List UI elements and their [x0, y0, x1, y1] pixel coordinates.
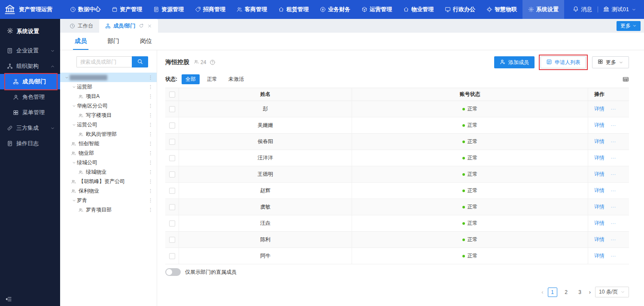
- detail-link[interactable]: 详情: [594, 252, 605, 260]
- node-more-icon[interactable]: ⋮: [146, 198, 153, 203]
- row-checkbox[interactable]: [169, 204, 175, 210]
- row-more-icon[interactable]: ⋯: [611, 204, 616, 210]
- tab-成员[interactable]: 成员: [73, 33, 88, 50]
- tab-部门[interactable]: 部门: [106, 33, 121, 50]
- nav-item[interactable]: 资产管理: [106, 0, 148, 19]
- row-checkbox[interactable]: [169, 139, 175, 145]
- tree-node[interactable]: 写字楼项目⋮: [60, 110, 157, 120]
- tree-node[interactable]: 绿城公司⋮: [60, 158, 157, 167]
- nav-item[interactable]: 租赁管理: [273, 0, 314, 19]
- nav-item[interactable]: 数据中心: [64, 0, 106, 19]
- tree-node[interactable]: 罗青⋮: [60, 196, 157, 205]
- detail-link[interactable]: 详情: [594, 220, 605, 227]
- node-more-icon[interactable]: ⋮: [146, 75, 153, 80]
- detail-link[interactable]: 详情: [594, 187, 605, 194]
- tree-node[interactable]: 运营公司⋮: [60, 120, 157, 129]
- caret-expand-icon[interactable]: [64, 75, 70, 80]
- nav-item[interactable]: 资源管理: [148, 0, 189, 19]
- sidebar-item[interactable]: 角色管理: [0, 89, 60, 105]
- nav-item[interactable]: 行政办公: [439, 0, 481, 19]
- row-more-icon[interactable]: ⋯: [611, 253, 616, 259]
- detail-link[interactable]: 详情: [594, 154, 605, 162]
- detail-link[interactable]: 详情: [594, 138, 605, 145]
- detail-link[interactable]: 详情: [594, 236, 605, 243]
- search-button[interactable]: [132, 56, 148, 67]
- node-more-icon[interactable]: ⋮: [146, 160, 153, 165]
- tree-node[interactable]: 绿城物业⋮: [60, 167, 157, 177]
- row-checkbox[interactable]: [169, 253, 175, 259]
- node-more-icon[interactable]: ⋮: [146, 141, 153, 147]
- sidebar-item[interactable]: 成员/部门: [0, 74, 60, 89]
- help-icon[interactable]: [210, 59, 216, 65]
- detail-link[interactable]: 详情: [594, 122, 605, 129]
- row-more-icon[interactable]: ⋯: [611, 155, 616, 161]
- row-more-icon[interactable]: ⋯: [611, 139, 616, 145]
- nav-item[interactable]: 物业管理: [398, 0, 439, 19]
- row-checkbox[interactable]: [169, 171, 175, 177]
- detail-link[interactable]: 详情: [594, 105, 605, 113]
- tree-node[interactable]: 物业部⋮: [60, 148, 157, 158]
- nav-item[interactable]: 业务财务: [314, 0, 356, 19]
- row-more-icon[interactable]: ⋯: [611, 220, 616, 226]
- row-more-icon[interactable]: ⋯: [611, 237, 616, 243]
- applicant-list-button[interactable]: 申请人列表: [541, 56, 586, 68]
- close-icon[interactable]: [147, 24, 152, 28]
- detail-link[interactable]: 详情: [594, 203, 605, 211]
- sidebar-item[interactable]: 操作日志: [0, 136, 60, 151]
- node-more-icon[interactable]: ⋮: [146, 103, 153, 109]
- refresh-icon[interactable]: [139, 23, 144, 28]
- node-more-icon[interactable]: ⋮: [146, 122, 153, 128]
- open-tab[interactable]: 工作台: [64, 19, 99, 33]
- nav-item[interactable]: 客商管理: [231, 0, 273, 19]
- row-checkbox[interactable]: [169, 220, 175, 226]
- tree-node[interactable]: 恒创智能⋮: [60, 139, 157, 148]
- menu-fold-icon[interactable]: [5, 296, 12, 303]
- node-more-icon[interactable]: ⋮: [146, 84, 153, 90]
- status-filter[interactable]: 正常: [203, 74, 221, 84]
- status-filter[interactable]: 全部: [182, 74, 200, 84]
- nav-item[interactable]: 运营管理: [356, 0, 398, 19]
- nav-item[interactable]: 招商管理: [189, 0, 231, 19]
- tabstrip-more-button[interactable]: 更多: [617, 21, 641, 31]
- tree-node[interactable]: 运营部⋮: [60, 82, 157, 92]
- more-actions-button[interactable]: 更多: [592, 56, 629, 68]
- row-checkbox[interactable]: [169, 122, 175, 129]
- node-more-icon[interactable]: ⋮: [146, 188, 153, 194]
- node-more-icon[interactable]: ⋮: [146, 132, 153, 137]
- detail-link[interactable]: 详情: [594, 171, 605, 178]
- caret-expand-icon[interactable]: [71, 160, 77, 165]
- messages-button[interactable]: 消息: [573, 6, 592, 13]
- node-more-icon[interactable]: ⋮: [146, 179, 153, 184]
- page-number[interactable]: 2: [562, 288, 571, 297]
- node-more-icon[interactable]: ⋮: [146, 113, 153, 118]
- tree-node[interactable]: 华南区分公司⋮: [60, 101, 157, 110]
- caret-expand-icon[interactable]: [71, 198, 77, 203]
- select-all-checkbox[interactable]: [169, 92, 175, 98]
- nav-item[interactable]: 系统设置: [522, 0, 564, 19]
- user-menu[interactable]: 测试01: [603, 6, 636, 13]
- open-tab[interactable]: 成员/部门: [99, 19, 158, 33]
- caret-expand-icon[interactable]: [71, 104, 77, 108]
- row-checkbox[interactable]: [169, 155, 175, 161]
- node-more-icon[interactable]: ⋮: [146, 169, 153, 175]
- caret-expand-icon[interactable]: [71, 122, 77, 127]
- tree-node[interactable]: 罗青项目部⋮: [60, 205, 157, 214]
- row-checkbox[interactable]: [169, 188, 175, 194]
- page-size-select[interactable]: 10 条/页: [595, 287, 629, 297]
- sidebar-item[interactable]: 三方集成: [0, 120, 60, 136]
- node-more-icon[interactable]: ⋮: [146, 150, 153, 156]
- row-more-icon[interactable]: ⋯: [611, 188, 616, 194]
- node-more-icon[interactable]: ⋮: [146, 207, 153, 213]
- tab-岗位[interactable]: 岗位: [138, 33, 154, 50]
- page-number[interactable]: 3: [575, 288, 585, 297]
- column-settings-icon[interactable]: [623, 76, 629, 83]
- sidebar-item[interactable]: 组织架构: [0, 58, 60, 74]
- direct-members-toggle[interactable]: [165, 268, 181, 276]
- sidebar-item[interactable]: 菜单管理: [0, 105, 60, 120]
- tree-node[interactable]: ⋮: [60, 73, 157, 82]
- page-number[interactable]: 1: [548, 288, 557, 297]
- add-member-button[interactable]: 添加成员: [494, 56, 535, 68]
- row-checkbox[interactable]: [169, 106, 175, 112]
- node-more-icon[interactable]: ⋮: [146, 94, 153, 99]
- status-filter[interactable]: 未激活: [225, 74, 248, 84]
